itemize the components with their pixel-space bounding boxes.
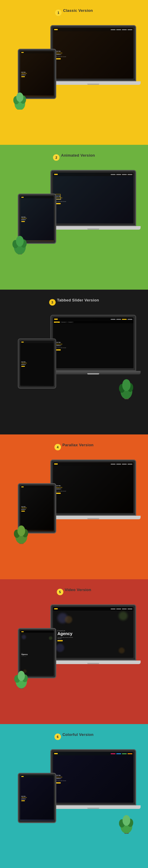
section-tabbed: 3 Tabbed Slider Version — [0, 290, 148, 434]
mockup-colorful: DIGITALCREATIVEAGENCY Lorem ipsum dolor … — [12, 746, 136, 835]
section-classic: 1 Classic Version — [0, 0, 148, 145]
section-label-1: Classic Version — [63, 8, 93, 13]
mockup-video: Creative Agency Lorem ipsum dolor sit am… — [12, 601, 136, 690]
laptop-mockup-4: DIGITALCREATIVEAGENCY Lorem ipsum dolor … — [50, 460, 136, 522]
section-number-5: 5 — [57, 589, 63, 595]
plant-right-3 — [118, 377, 135, 400]
section-number-4: 4 — [55, 444, 61, 451]
section-animated: 2 Animated Version — [0, 145, 148, 290]
laptop-mockup-5: Creative Agency Lorem ipsum dolor sit am… — [50, 604, 136, 666]
svg-point-9 — [16, 236, 24, 246]
laptop-mockup-2: DIGITALCREATIVEAGENCY Lorem ipsum dolor … — [50, 170, 136, 232]
plant-left-2 — [12, 234, 28, 256]
section-parallax: 4 Parallax Version — [0, 434, 148, 579]
section-label-6: Colorful Version — [62, 732, 93, 737]
section-label-2: Animated Version — [61, 153, 95, 157]
laptop-mockup-6: DIGITALCREATIVEAGENCY Lorem ipsum dolor … — [50, 749, 136, 811]
svg-point-29 — [122, 815, 130, 826]
tablet-hero-4: DIGITALCREATIVEAGENCY — [21, 506, 53, 510]
section-number-1: 1 — [55, 9, 62, 16]
laptop-hero-3: DIGITALCREATIVEAGENCY — [55, 342, 131, 347]
tablet-hero-3: DIGITALCREATIVEAGENCY — [21, 362, 53, 365]
mockup-tabbed: Branding Digital Agency Branding DIGITAL… — [12, 312, 136, 400]
mockup-parallax: DIGITALCREATIVEAGENCY Lorem ipsum dolor … — [12, 457, 136, 545]
svg-point-24 — [18, 671, 25, 681]
tablet-hero-2: DIGITALCREATIVEAGENCY — [21, 217, 53, 220]
section-number-2: 2 — [53, 154, 59, 161]
svg-point-14 — [122, 379, 130, 391]
plant-right-6 — [118, 813, 135, 835]
tablet-hero-6: DIGITALCREATIVEAGENCY — [21, 796, 53, 800]
plant-left-5 — [13, 668, 30, 690]
laptop-mockup-1: DIGITALCREATIVEAGENCY Lorem ipsum dolor … — [50, 25, 136, 87]
svg-point-19 — [18, 525, 25, 536]
section-number-6: 6 — [55, 734, 61, 740]
section-video: 5 Video Version — [0, 579, 148, 724]
laptop-hero-6: DIGITALCREATIVEAGENCY — [55, 775, 131, 780]
section-number-3: 3 — [49, 299, 56, 306]
section-label-4: Parallax Version — [62, 443, 93, 447]
plant-left-4 — [13, 523, 30, 545]
mockup-animated: DIGITALCREATIVEAGENCY Lorem ipsum dolor … — [12, 167, 136, 256]
laptop-hero-5: Agency — [57, 631, 75, 636]
tablet-mockup-6: DIGITALCREATIVEAGENCY — [18, 773, 56, 823]
section-label-5: Video Version — [65, 588, 91, 592]
section-label-3: Tabbed Slider Version — [57, 298, 99, 302]
laptop-hero-4: DIGITALCREATIVEAGENCY — [55, 485, 131, 490]
plant-left-1 — [12, 89, 28, 111]
section-colorful: 6 Colorful Version — [0, 724, 148, 868]
laptop-hero-2: DIGITALCREATIVEAGENCY — [55, 195, 131, 200]
tablet-hero-1: DIGITALCREATIVEAGENCY — [21, 72, 53, 76]
laptop-hero-1: DIGITALCREATIVEAGENCY — [55, 51, 131, 56]
laptop-mockup-3: Branding Digital Agency Branding DIGITAL… — [50, 315, 136, 377]
svg-point-4 — [16, 93, 23, 102]
tablet-mockup-3: DIGITALCREATIVEAGENCY — [18, 338, 56, 389]
mockup-classic: DIGITALCREATIVEAGENCY Lorem ipsum dolor … — [12, 22, 136, 111]
